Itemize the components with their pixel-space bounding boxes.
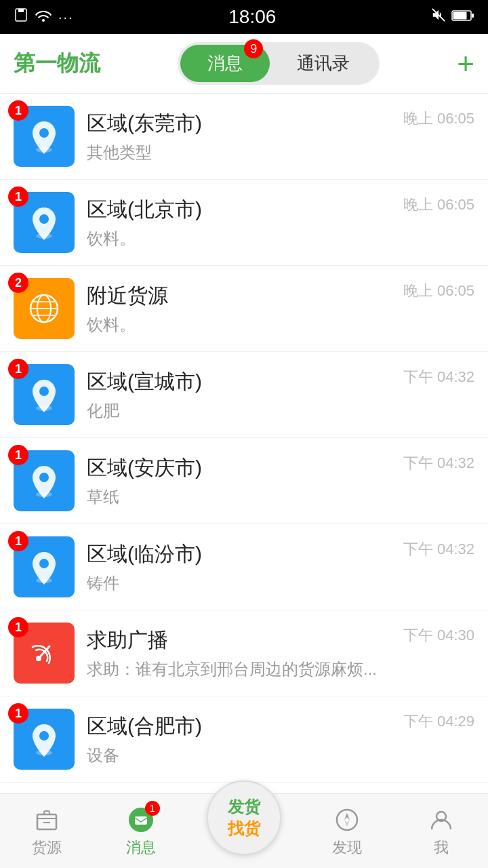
item-content: 区域(东莞市) 其他类型	[87, 110, 403, 163]
nav-goods[interactable]: 货源	[0, 805, 94, 858]
item-preview: 其他类型	[87, 142, 403, 163]
compass-icon	[332, 805, 362, 835]
item-content: 区域(北京市) 饮料。	[87, 196, 403, 250]
item-title: 求助广播	[87, 627, 403, 654]
avatar-wrap: 1	[14, 450, 75, 511]
nav-discover-label: 发现	[332, 837, 362, 858]
svg-point-20	[39, 559, 49, 568]
item-time: 下午 04:30	[403, 625, 474, 646]
svg-rect-5	[472, 14, 474, 18]
item-title: 附近货源	[87, 282, 403, 310]
tab-switcher: 消息 9 通讯录	[178, 42, 380, 85]
dots-icon: ···	[58, 9, 74, 25]
item-time: 下午 04:29	[403, 711, 474, 732]
message-icon: 1	[126, 805, 156, 835]
tab-contacts[interactable]: 通讯录	[270, 45, 377, 82]
item-badge: 1	[8, 186, 28, 207]
item-time: 晚上 06:05	[403, 281, 474, 301]
item-time: 下午 04:32	[403, 453, 474, 473]
avatar-wrap: 1	[14, 364, 75, 425]
nav-messages-badge: 1	[145, 801, 160, 816]
status-time: 18:06	[228, 6, 276, 28]
wifi-icon	[35, 8, 52, 26]
status-bar-left: ···	[14, 7, 74, 26]
svg-rect-26	[135, 816, 147, 825]
nav-goods-label: 货源	[32, 837, 62, 858]
item-badge: 1	[8, 531, 28, 551]
item-preview: 饮料。	[87, 314, 403, 336]
item-preview: 草纸	[87, 486, 403, 508]
item-time: 下午 04:32	[403, 539, 474, 559]
list-item[interactable]: 1 区域(北京市) 饮料。 晚上 06:05	[0, 180, 488, 266]
item-title: 区域(合肥市)	[87, 713, 403, 741]
item-preview: 化肥	[87, 400, 403, 422]
item-badge: 2	[8, 273, 28, 293]
bottom-nav: 货源 1 消息 发货 找货 发现	[0, 793, 488, 868]
svg-point-23	[39, 731, 49, 741]
avatar-wrap: 1	[14, 709, 75, 770]
avatar-wrap: 1	[14, 623, 75, 684]
list-item[interactable]: 2 附近货源 饮料。 晚上 06:05	[0, 266, 488, 352]
mute-icon	[431, 7, 446, 26]
svg-point-21	[36, 656, 41, 661]
item-content: 区域(安庆市) 草纸	[87, 454, 403, 508]
svg-point-9	[39, 214, 49, 224]
header: 第一物流 消息 9 通讯录 +	[0, 34, 488, 94]
avatar-wrap: 1	[14, 192, 75, 253]
item-time: 晚上 06:05	[403, 108, 474, 129]
messages-badge: 9	[244, 39, 263, 58]
svg-rect-4	[453, 12, 467, 20]
box-icon	[32, 805, 62, 835]
svg-point-27	[337, 810, 357, 830]
item-badge: 1	[8, 100, 28, 121]
item-preview: 饮料。	[87, 228, 403, 250]
item-title: 区域(临汾市)	[87, 540, 403, 568]
tab-messages[interactable]: 消息 9	[180, 45, 270, 82]
item-content: 区域(临汾市) 铸件	[87, 540, 403, 594]
item-preview: 求助：谁有北京到邢台周边的货源麻烦...	[87, 658, 403, 680]
item-time: 下午 04:32	[403, 367, 474, 387]
svg-point-7	[39, 128, 49, 138]
list-item[interactable]: 1 区域(安庆市) 草纸 下午 04:32	[0, 438, 488, 524]
person-icon	[426, 805, 456, 835]
item-content: 区域(合肥市) 设备	[87, 713, 403, 766]
list-item[interactable]: 1 区域(合肥市) 设备 下午 04:29	[0, 696, 488, 783]
item-preview: 铸件	[87, 572, 403, 594]
nav-me-label: 我	[434, 837, 449, 858]
add-button[interactable]: +	[457, 47, 474, 81]
sim-icon	[14, 7, 28, 26]
avatar-wrap: 2	[14, 278, 75, 339]
item-title: 区域(宣城市)	[87, 368, 403, 396]
list-item[interactable]: 1 求助广播 求助：谁有北京到邢台周边的货源麻烦... 下午 04:30	[0, 610, 488, 696]
item-title: 区域(东莞市)	[87, 110, 403, 138]
item-badge: 1	[8, 359, 28, 379]
list-item[interactable]: 1 区域(宣城市) 化肥 下午 04:32	[0, 352, 488, 438]
message-list: 1 区域(东莞市) 其他类型 晚上 06:05 1 区域(北京市) 饮料。 晚上…	[0, 94, 488, 783]
status-bar: ··· 18:06	[0, 0, 488, 34]
item-preview: 设备	[87, 745, 403, 766]
status-bar-right	[431, 7, 474, 26]
item-badge: 1	[8, 703, 28, 724]
item-badge: 1	[8, 617, 28, 637]
item-title: 区域(安庆市)	[87, 454, 403, 482]
avatar-wrap: 1	[14, 536, 75, 597]
nav-messages-label: 消息	[126, 837, 156, 858]
post-center-button[interactable]: 发货 找货	[207, 781, 281, 855]
nav-discover[interactable]: 发现	[300, 805, 394, 858]
nav-post-label2: 找货	[228, 818, 260, 840]
nav-me[interactable]: 我	[394, 805, 488, 858]
nav-messages[interactable]: 1 消息	[94, 805, 187, 858]
avatar-wrap: 1	[14, 106, 75, 167]
nav-post[interactable]: 发货 找货	[188, 794, 300, 869]
list-item[interactable]: 1 区域(临汾市) 铸件 下午 04:32	[0, 524, 488, 610]
item-title: 区域(北京市)	[87, 196, 403, 224]
svg-marker-28	[344, 813, 350, 820]
nav-post-label1: 发货	[228, 796, 260, 818]
svg-point-18	[39, 473, 49, 482]
item-content: 区域(宣城市) 化肥	[87, 368, 403, 422]
svg-rect-1	[18, 9, 24, 12]
app-logo: 第一物流	[14, 49, 100, 79]
list-item[interactable]: 1 区域(东莞市) 其他类型 晚上 06:05	[0, 94, 488, 180]
item-content: 求助广播 求助：谁有北京到邢台周边的货源麻烦...	[87, 627, 403, 680]
item-content: 附近货源 饮料。	[87, 282, 403, 336]
